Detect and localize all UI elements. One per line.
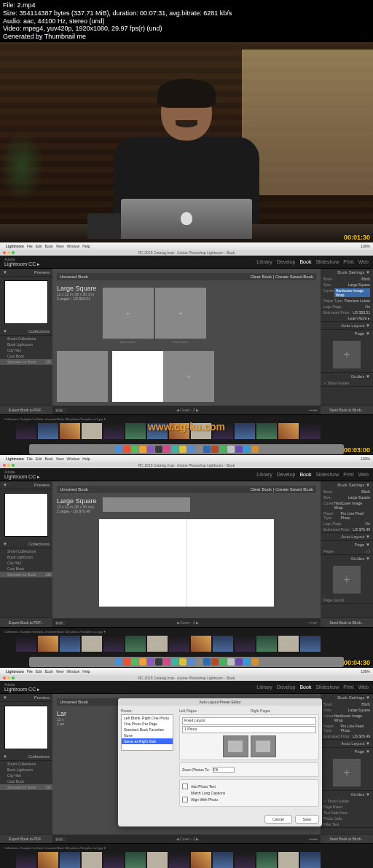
preset-option[interactable]: Standard Book Favorites bbox=[122, 727, 173, 733]
dock-icon[interactable] bbox=[171, 446, 178, 453]
page-spread[interactable]: + bbox=[112, 351, 214, 405]
zoom-select[interactable]: Fill bbox=[213, 767, 235, 773]
meta-video: Video: mpeg4, yuv420p, 1920x1080, 29.97 … bbox=[3, 25, 370, 33]
filmstrip-thumb[interactable] bbox=[300, 423, 321, 439]
module-develop[interactable]: Develop bbox=[277, 259, 296, 264]
cover-dropdown-highlighted[interactable]: Cover:Hardcover Image Wrap bbox=[321, 288, 373, 298]
menu-window[interactable]: Window bbox=[67, 244, 80, 248]
filmstrip-thumb[interactable] bbox=[16, 423, 36, 439]
cover-spread[interactable]: ++ Back CoverFront Cover bbox=[103, 288, 206, 344]
photo-text-checkbox[interactable] bbox=[182, 784, 188, 789]
module-web[interactable]: Web bbox=[358, 259, 369, 264]
dock-icon[interactable] bbox=[203, 446, 211, 453]
dock-icon[interactable] bbox=[179, 446, 186, 453]
dock-icon[interactable] bbox=[243, 446, 251, 453]
align-checkbox[interactable] bbox=[182, 797, 188, 802]
dock-icon[interactable] bbox=[227, 446, 235, 453]
filmstrip-thumb[interactable] bbox=[169, 423, 189, 439]
menu-file[interactable]: File bbox=[27, 244, 33, 248]
preset-option[interactable]: One Photo Per Page bbox=[122, 721, 173, 727]
layout-thumbnail[interactable] bbox=[223, 735, 248, 757]
filmstrip-thumb[interactable] bbox=[256, 423, 277, 439]
filmstrip-thumb[interactable] bbox=[213, 423, 233, 439]
center-toolbar[interactable]: ▦▦▢ ◀ Cover - 2 ▶ ━━●━ bbox=[52, 406, 321, 414]
module-picker[interactable]: LibraryDevelopBookSlideshowPrintWeb bbox=[256, 472, 369, 477]
save-button[interactable]: Save bbox=[295, 815, 319, 824]
menu-view[interactable]: View bbox=[56, 244, 64, 248]
page-panel-header[interactable]: Page ▼ bbox=[321, 330, 373, 337]
thumb-size-slider[interactable]: ━━●━ bbox=[309, 408, 318, 412]
collection-item[interactable]: Smart Collections bbox=[0, 336, 52, 342]
dock-icon[interactable] bbox=[115, 446, 122, 453]
mac-menubar[interactable]: Lightroom File Edit Book View Window Hel… bbox=[0, 242, 373, 250]
app-name[interactable]: Lightroom bbox=[6, 244, 24, 248]
filmstrip-thumb[interactable] bbox=[278, 423, 299, 439]
dock-icon[interactable] bbox=[163, 446, 170, 453]
menu-help[interactable]: Help bbox=[82, 244, 90, 248]
dock-icon[interactable] bbox=[211, 446, 219, 453]
view-grid-icon[interactable]: ▦▦▢ bbox=[55, 408, 66, 412]
filmstrip-thumb[interactable] bbox=[38, 423, 58, 439]
collection-item-selected[interactable]: Samples for Book135 bbox=[0, 359, 52, 365]
module-book[interactable]: Book bbox=[299, 259, 311, 264]
dock-icon[interactable] bbox=[155, 446, 162, 453]
auto-layout-preset-dialog: Auto Layout Preset Editor Preset: Left B… bbox=[118, 698, 322, 826]
filmstrip-thumb[interactable] bbox=[103, 423, 124, 439]
collection-item[interactable]: Cool Book bbox=[0, 353, 52, 359]
guides-header[interactable]: Guides ▼ bbox=[321, 373, 373, 380]
filmstrip-thumb[interactable] bbox=[191, 423, 211, 439]
preset-list[interactable]: Left Blank, Right One Photo One Photo Pe… bbox=[121, 714, 173, 751]
clear-book-button[interactable]: Clear Book bbox=[250, 275, 272, 279]
create-saved-button[interactable]: Create Saved Book bbox=[275, 275, 313, 279]
window-controls[interactable] bbox=[3, 251, 15, 254]
mac-menubar[interactable]: Lightroom FileEditBookViewWindowHelp 100… bbox=[0, 455, 373, 462]
mac-dock[interactable] bbox=[29, 444, 344, 454]
filmstrip[interactable]: Collections: Samples for Book, Unsaved B… bbox=[0, 414, 373, 443]
dock-icon[interactable] bbox=[251, 446, 259, 453]
export-pdf-button[interactable]: Export Book to PDF... bbox=[0, 405, 52, 414]
layout-type-select[interactable]: Fixed Layout bbox=[182, 717, 316, 725]
module-print[interactable]: Print bbox=[343, 259, 353, 264]
filmstrip-thumb[interactable] bbox=[147, 423, 168, 439]
filmstrip-thumb[interactable] bbox=[235, 423, 255, 439]
preset-option[interactable]: None bbox=[122, 733, 173, 738]
page-layout-thumb[interactable]: + bbox=[332, 565, 361, 594]
photo-count-select[interactable]: 1 Photo bbox=[182, 726, 316, 733]
cover-strip[interactable] bbox=[103, 497, 190, 512]
dock-icon[interactable] bbox=[187, 446, 195, 453]
collections-header[interactable]: ▼Collections bbox=[0, 328, 52, 336]
unsaved-label: Unsaved Book bbox=[60, 275, 88, 279]
page-spread[interactable] bbox=[57, 351, 108, 405]
menu-edit[interactable]: Edit bbox=[36, 244, 42, 248]
module-library[interactable]: Library bbox=[256, 259, 272, 264]
preset-option[interactable]: Left Blank, Right One Photo bbox=[122, 715, 173, 721]
send-to-blurb-button[interactable]: Send Book to Blurb... bbox=[321, 405, 373, 414]
dock-icon[interactable] bbox=[139, 446, 146, 453]
page-layout-thumb[interactable]: + bbox=[332, 340, 361, 369]
dock-icon[interactable] bbox=[219, 446, 227, 453]
cancel-button[interactable]: Cancel bbox=[264, 815, 292, 824]
preview-header[interactable]: ▼Preview bbox=[0, 269, 52, 277]
menu-book[interactable]: Book bbox=[44, 244, 52, 248]
dock-icon[interactable] bbox=[195, 446, 203, 453]
autolayout-header[interactable]: Auto Layout ▼ bbox=[321, 322, 373, 329]
thumbnail-frame-4: Lightroom FileEditBookViewWindowHelp 100… bbox=[0, 668, 373, 868]
dock-icon[interactable] bbox=[131, 446, 138, 453]
filmstrip-thumb[interactable] bbox=[60, 423, 80, 439]
dock-icon[interactable] bbox=[235, 446, 243, 453]
page-spread-large[interactable] bbox=[57, 519, 316, 607]
collections-list: Smart Collections Book Lightroom City Ha… bbox=[0, 336, 52, 365]
dock-icon[interactable] bbox=[123, 446, 130, 453]
module-slideshow[interactable]: Slideshow bbox=[315, 259, 339, 264]
dock-icon[interactable] bbox=[147, 446, 154, 453]
show-guides-toggle[interactable]: ✓ Show Guides bbox=[321, 380, 373, 386]
collection-item[interactable]: Book Lightroom bbox=[0, 342, 52, 347]
filmstrip-thumb[interactable] bbox=[125, 423, 146, 439]
collection-item[interactable]: City Hall bbox=[0, 347, 52, 353]
preview-thumbnail[interactable] bbox=[4, 280, 48, 324]
module-picker[interactable]: Library Develop Book Slideshow Print Web bbox=[256, 259, 369, 264]
preset-option-selected[interactable]: Same as Right Side bbox=[122, 738, 173, 744]
book-settings-header[interactable]: Book Settings ▼ bbox=[321, 269, 373, 276]
filmstrip-thumb[interactable] bbox=[82, 423, 102, 439]
layout-thumbnail[interactable] bbox=[251, 735, 276, 757]
